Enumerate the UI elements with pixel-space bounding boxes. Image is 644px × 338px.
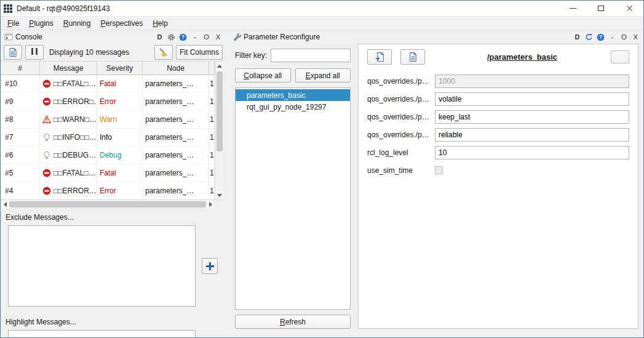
reconfigure-close-button[interactable]: X (632, 32, 640, 42)
scroll-up-button[interactable] (215, 62, 224, 70)
console-save-button[interactable] (4, 45, 22, 60)
console-close-button[interactable]: X (214, 32, 222, 42)
vscrollbar-thumb[interactable] (217, 71, 223, 151)
message-text: □□FATAL□… (54, 169, 96, 177)
console-settings-button[interactable] (167, 32, 175, 42)
console-clear-button[interactable] (154, 45, 173, 60)
console-table-main: #MessageSeverityNode #10□□FATAL□…Fatalpa… (1, 62, 215, 199)
parameter-editor-panel: /parameters_basic qos_overrides./p…qos_o… (358, 44, 638, 329)
menu-help[interactable]: Help (148, 17, 173, 30)
cell-time: 1: (209, 182, 215, 199)
editor-node-title: /parameters_basic (434, 52, 611, 62)
broom-icon (159, 47, 169, 57)
arrow-left-icon (4, 202, 7, 207)
console-row-6[interactable]: #6□□DEBUG…Debugparameters_…1: (1, 147, 215, 164)
console-help-button[interactable]: ? (179, 32, 187, 42)
column-header-time[interactable] (209, 62, 215, 75)
cell-severity: Fatal (97, 164, 143, 182)
expand-all-button[interactable]: Expand all (295, 68, 351, 82)
scroll-right-button[interactable] (206, 200, 215, 209)
add-exclude-filter-button[interactable] (202, 258, 218, 274)
window-minimize-button[interactable] (559, 1, 587, 16)
reconfigure-reload-button[interactable] (585, 32, 593, 42)
reconfigure-dock-d-button[interactable]: D (573, 32, 581, 42)
message-text: □□DEBUG… (54, 151, 96, 159)
console-pause-button[interactable] (25, 45, 44, 60)
reconfigure-dock-title: Parameter Reconfigure (244, 33, 320, 41)
gear-icon (167, 33, 175, 41)
param-input[interactable] (435, 128, 629, 142)
stop-icon (42, 79, 51, 88)
document-import-icon (375, 52, 385, 62)
bulb-icon (42, 133, 51, 142)
console-row-8[interactable]: #8□□WARN□…Warnparameters_…1: (1, 111, 215, 129)
main-area: Console D ? - O X Displaying 10 me (1, 30, 643, 337)
warn-icon (42, 115, 51, 124)
message-text: □□ERROR□… (54, 97, 97, 106)
column-header-severity[interactable]: Severity (97, 62, 143, 75)
collapse-all-button[interactable]: Collapse all (235, 68, 291, 82)
menu-file[interactable]: File (2, 17, 24, 30)
console-row-5[interactable]: #5□□FATAL□…Fatalparameters_…1: (1, 164, 215, 182)
load-params-button[interactable] (367, 49, 392, 65)
console-row-4[interactable]: #4□□ERROR…Errorparameters_…1: (1, 182, 215, 199)
param-input[interactable] (435, 110, 629, 124)
reconfigure-float-button[interactable]: O (620, 32, 628, 42)
reconfigure-minimize-button[interactable]: - (608, 32, 616, 42)
document-export-icon (408, 52, 418, 62)
cell-time: 1: (209, 164, 215, 182)
window-titlebar: Default - rqt@490925f19143 (1, 1, 643, 17)
console-vscrollbar[interactable] (215, 62, 223, 199)
column-header-num[interactable]: # (1, 62, 40, 75)
scroll-down-button[interactable] (215, 191, 224, 199)
cell-severity: Warn (97, 111, 143, 129)
highlight-messages-list[interactable] (8, 330, 196, 337)
param-row: qos_overrides./p… (367, 108, 629, 126)
fit-columns-button[interactable]: Fit Columns (176, 45, 223, 60)
refresh-button[interactable]: Refresh (235, 315, 351, 329)
menu-running[interactable]: Running (58, 17, 96, 30)
param-checkbox[interactable] (435, 166, 443, 174)
console-float-button[interactable]: O (202, 32, 210, 42)
console-dock-d-button[interactable]: D (156, 32, 164, 42)
filter-key-input[interactable] (271, 49, 351, 62)
cell-severity: Error (97, 182, 143, 199)
scroll-left-button[interactable] (1, 200, 9, 209)
console-row-9[interactable]: #9□□ERROR□…Errorparameters_…1: (1, 93, 215, 111)
param-label: qos_overrides./p… (367, 131, 435, 139)
tree-item-parameters_basic[interactable]: parameters_basic (236, 89, 350, 101)
tree-item-rqt_gui_py_node_19297[interactable]: rqt_gui_py_node_19297 (236, 101, 350, 113)
console-table-body: #10□□FATAL□…Fatalparameters_…1:#9□□ERROR… (1, 75, 215, 199)
hscrollbar-thumb[interactable] (9, 201, 206, 207)
cell-severity: Error (97, 93, 143, 111)
message-text: □□WARN□… (54, 115, 97, 124)
close-node-panel-button[interactable] (611, 50, 629, 63)
param-label: qos_overrides./p… (367, 77, 435, 86)
cell-node: parameters_… (143, 111, 209, 129)
console-row-10[interactable]: #10□□FATAL□…Fatalparameters_…1: (1, 75, 215, 93)
reconfigure-help-button[interactable]: ? (597, 32, 605, 42)
exclude-messages-list[interactable] (8, 225, 196, 307)
svg-text:?: ? (599, 34, 602, 40)
param-input[interactable] (435, 146, 629, 159)
save-params-button[interactable] (400, 49, 425, 65)
cell-severity: Debug (97, 147, 143, 164)
exclude-messages-label: Exclude Messages... (6, 213, 226, 222)
param-input[interactable] (435, 74, 629, 88)
menu-perspectives[interactable]: Perspectives (95, 17, 148, 30)
highlight-messages-label: Highlight Messages... (6, 318, 226, 326)
cell-number: #7 (1, 129, 40, 147)
window-close-button[interactable] (615, 1, 643, 16)
column-header-message[interactable]: Message (40, 62, 97, 75)
param-label: qos_overrides./p… (367, 113, 435, 121)
menu-plugins[interactable]: Plugins (24, 17, 58, 30)
param-input[interactable] (435, 92, 629, 106)
reconfigure-body: Filter key: Collapse all Expand all para… (229, 44, 643, 337)
console-hscrollbar[interactable] (1, 199, 223, 208)
console-minimize-button[interactable]: - (191, 32, 199, 42)
console-row-7[interactable]: #7□□INFO□□…Infoparameters_…1: (1, 129, 215, 147)
window-maximize-button[interactable] (587, 1, 615, 16)
cell-severity: Info (97, 129, 143, 147)
column-header-node[interactable]: Node (143, 62, 209, 75)
cell-number: #10 (1, 75, 40, 93)
